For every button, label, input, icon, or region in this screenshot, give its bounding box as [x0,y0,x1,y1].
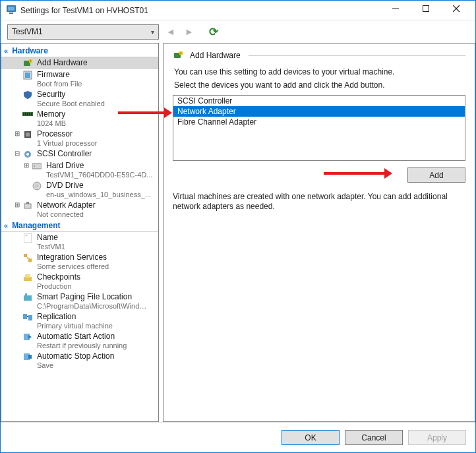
add-hardware-icon: + [173,50,183,61]
maximize-icon [423,5,433,16]
nav-forward-button[interactable]: ► [183,26,196,37]
device-option-fibre-channel[interactable]: Fibre Channel Adapter [173,117,465,127]
auto-start-icon [22,332,33,342]
dialog-footer: OK Cancel Apply [1,422,475,452]
maximize-button[interactable] [415,1,445,20]
device-option-scsi[interactable]: SCSI Controller [173,96,465,106]
chevron-down-icon: ▾ [151,28,154,36]
replication-icon [22,312,33,322]
annotation-arrow-1 [118,111,169,114]
svg-text:+: + [180,51,182,55]
svg-rect-2 [9,13,13,14]
tree-item-add-hardware[interactable]: + Add Hardware [1,57,158,69]
tree-item-auto-stop[interactable]: Automatic Stop ActionSave [1,351,158,371]
close-icon [453,5,463,16]
close-button[interactable] [445,1,475,20]
settings-tree[interactable]: « Hardware + Add Hardware FirmwareBoot f… [1,43,159,422]
pane-instruction: Select the devices you want to add and c… [174,80,464,90]
cpu-icon [22,129,33,140]
add-button[interactable]: Add [407,167,465,183]
ok-button[interactable]: OK [282,430,340,445]
tree-item-processor[interactable]: ⊞ Processor1 Virtual processor [1,129,158,148]
details-pane: + Add Hardware You can use this setting … [163,43,475,422]
pane-header: + Add Hardware [173,50,465,61]
svg-rect-37 [23,314,27,319]
expand-icon[interactable]: ⊞ [22,162,30,169]
svg-rect-17 [31,113,32,115]
svg-rect-13 [23,113,24,115]
disc-icon [32,181,42,191]
tree-item-firmware[interactable]: FirmwareBoot from File [1,69,158,89]
auto-stop-icon [22,351,33,362]
tree-item-scsi-controller[interactable]: ⊟ SCSI Controller [1,148,158,160]
refresh-button[interactable]: ⟳ [209,25,218,39]
collapse-icon[interactable]: ⊟ [13,150,21,157]
name-icon [22,233,33,243]
svg-rect-30 [24,254,27,257]
svg-marker-40 [28,335,32,339]
pane-intro: You can use this setting to add devices … [174,67,464,76]
tree-header-hardware[interactable]: « Hardware [1,45,158,57]
svg-rect-4 [423,5,429,11]
settings-window: Settings for TestVM1 on HVHOST01 TestVM1… [0,0,476,453]
shield-icon [22,90,33,100]
window-title: Settings for TestVM1 on HVHOST01 [20,6,384,15]
scsi-icon [22,149,33,160]
vm-selector-value: TestVM1 [12,27,43,36]
tree-item-dvd-drive[interactable]: DVD Driveen-us_windows_10_business_... [1,180,158,200]
tree-item-checkpoints[interactable]: CheckpointsProduction [1,272,158,291]
pane-title: Add Hardware [190,51,241,60]
tree-item-auto-start[interactable]: Automatic Start ActionRestart if previou… [1,331,158,351]
svg-rect-36 [25,293,27,295]
expand-icon[interactable]: ⊞ [13,201,21,208]
svg-rect-16 [29,113,30,115]
tree-item-replication[interactable]: ReplicationPrimary virtual machine [1,311,158,331]
apply-button[interactable]: Apply [408,430,466,445]
collapse-icon: « [4,47,8,55]
cancel-button[interactable]: Cancel [345,430,403,445]
svg-rect-38 [28,315,32,320]
tree-item-integration-services[interactable]: Integration ServicesSome services offere… [1,252,158,272]
expand-icon[interactable]: ⊞ [13,130,21,137]
toolbar: TestVM1 ▾ ◄ ► ⟳ [1,20,475,43]
svg-rect-11 [25,73,30,78]
network-icon [22,200,33,211]
tree-header-label: Management [12,221,60,230]
svg-point-21 [26,153,29,156]
tree-item-hard-drive[interactable]: ⊞ Hard DriveTestVM1_7604DDD0-E59C-4D... [1,160,158,180]
minimize-button[interactable] [384,1,415,20]
paging-icon [22,292,33,303]
checkpoint-icon [22,272,33,283]
svg-point-25 [36,185,38,187]
svg-point-23 [34,166,35,167]
minimize-icon [392,5,403,16]
tree-item-security[interactable]: SecuritySecure Boot enabled [1,89,158,109]
nav-back-button[interactable]: ◄ [164,26,177,37]
tree-item-name[interactable]: NameTestVM1 [1,232,158,252]
tree-item-network-adapter[interactable]: ⊞ Network AdapterNot connected [1,200,158,220]
vm-selector[interactable]: TestVM1 ▾ [7,24,159,40]
tree-header-management[interactable]: « Management [1,220,158,232]
svg-line-32 [27,257,28,258]
svg-rect-27 [26,202,29,204]
tree-item-smart-paging[interactable]: Smart Paging File LocationC:\ProgramData… [1,291,158,311]
svg-rect-14 [25,113,26,115]
memory-icon [22,109,33,120]
hdd-icon [32,161,42,171]
hyperv-icon [6,4,20,16]
svg-rect-1 [8,7,15,11]
device-listbox[interactable]: SCSI Controller Network Adapter Fibre Ch… [173,95,465,161]
svg-rect-34 [25,274,30,278]
device-option-network-adapter[interactable]: Network Adapter [173,106,465,117]
svg-rect-28 [24,233,32,243]
add-hardware-icon: + [22,58,33,69]
svg-rect-19 [26,133,30,136]
title-bar: Settings for TestVM1 on HVHOST01 [1,1,475,20]
svg-rect-42 [28,355,32,359]
annotation-arrow-2 [324,172,390,175]
collapse-icon: « [4,222,8,229]
svg-rect-31 [28,258,32,262]
svg-text:+: + [30,59,32,63]
svg-rect-35 [24,295,32,301]
window-buttons [384,1,475,20]
